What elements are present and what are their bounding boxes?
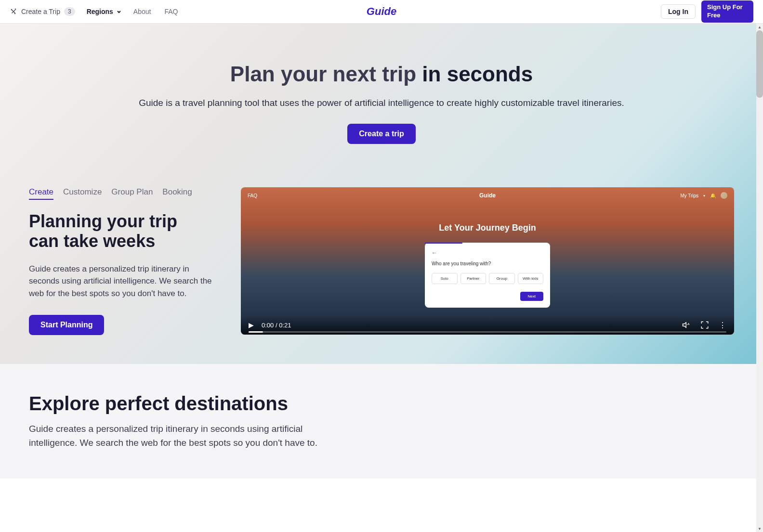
volume-icon[interactable]	[682, 321, 691, 329]
video-options: Solo Partner Group With kids	[432, 273, 543, 284]
feature-title: Planning your trip can take weeks	[29, 211, 212, 251]
video-card: ← Who are you traveling with? Solo Partn…	[425, 243, 550, 308]
hero-title: Plan your next trip in seconds	[29, 62, 734, 86]
explore-section: Explore perfect destinations Guide creat…	[0, 364, 763, 479]
tab-customize[interactable]: Customize	[63, 187, 102, 200]
option-partner: Partner	[460, 273, 487, 284]
video-nav-faq: FAQ	[248, 193, 257, 198]
create-trip-nav[interactable]: Create a Trip 3	[10, 7, 75, 16]
video-controls-right: ⋮	[682, 321, 726, 330]
create-trip-label: Create a Trip	[21, 8, 60, 15]
sparkle-icon	[10, 8, 17, 15]
scrollbar-thumb[interactable]	[756, 30, 763, 98]
video-time: 0:00 / 0:21	[262, 322, 291, 329]
regions-dropdown[interactable]: Regions	[87, 8, 122, 15]
svg-point-1	[15, 9, 16, 10]
create-trip-button[interactable]: Create a trip	[347, 124, 415, 144]
login-button[interactable]: Log In	[661, 4, 696, 19]
chevron-down-icon	[116, 9, 122, 14]
avatar	[721, 192, 727, 199]
regions-label: Regions	[87, 8, 113, 15]
tab-create[interactable]: Create	[29, 187, 53, 200]
hero-title-prefix: Plan your next trip	[230, 62, 422, 86]
features-left: Create Customize Group Plan Booking Plan…	[29, 187, 212, 335]
bell-icon: 🔔	[710, 193, 716, 198]
next-button: Next	[520, 292, 543, 301]
faq-link[interactable]: FAQ	[164, 8, 178, 15]
start-planning-button[interactable]: Start Planning	[29, 315, 104, 335]
video-header-right: My Trips ▾ 🔔	[680, 192, 727, 199]
video-seek-bar[interactable]	[249, 331, 726, 333]
video-main-title: Let Your Journey Begin	[241, 223, 734, 233]
hero-title-bold: in seconds	[422, 62, 533, 86]
svg-point-0	[12, 10, 12, 10]
video-header: FAQ Guide My Trips ▾ 🔔	[241, 187, 734, 204]
feature-description: Guide creates a personalized trip itiner…	[29, 263, 212, 300]
chevron-down-icon: ▾	[703, 194, 705, 198]
create-trip-badge: 3	[64, 7, 75, 16]
feature-tabs: Create Customize Group Plan Booking	[29, 187, 212, 200]
play-icon[interactable]: ▶	[249, 321, 254, 329]
header-right: Log In Sign Up For Free	[661, 0, 753, 23]
video-logo: Guide	[479, 192, 496, 199]
video-preview[interactable]: FAQ Guide My Trips ▾ 🔔 Let Your Journey …	[241, 187, 734, 335]
hero-section: Plan your next trip in seconds Guide is …	[0, 24, 763, 364]
progress-bar	[425, 243, 462, 244]
explore-subtitle: Guide creates a personalized trip itiner…	[29, 422, 318, 450]
logo[interactable]: Guide	[367, 5, 396, 18]
explore-title: Explore perfect destinations	[29, 393, 734, 415]
features-section: Create Customize Group Plan Booking Plan…	[29, 187, 734, 335]
more-icon[interactable]: ⋮	[719, 321, 726, 330]
scroll-up-icon[interactable]: ▲	[756, 24, 763, 30]
option-kids: With kids	[518, 273, 544, 284]
signup-button[interactable]: Sign Up For Free	[701, 0, 753, 23]
about-link[interactable]: About	[133, 8, 151, 15]
option-group: Group	[489, 273, 515, 284]
main-header: Create a Trip 3 Regions About FAQ Guide …	[0, 0, 763, 24]
video-seek-fill	[249, 331, 263, 333]
hero-subtitle: Guide is a travel planning tool that use…	[29, 98, 734, 108]
tab-booking[interactable]: Booking	[162, 187, 192, 200]
scrollbar[interactable]: ▲ ▼	[756, 24, 763, 479]
video-my-trips: My Trips	[680, 193, 698, 198]
option-solo: Solo	[432, 273, 458, 284]
back-arrow-icon: ←	[432, 249, 543, 256]
tab-group-plan[interactable]: Group Plan	[111, 187, 153, 200]
svg-point-2	[15, 13, 15, 14]
video-question: Who are you traveling with?	[432, 261, 543, 266]
fullscreen-icon[interactable]	[700, 321, 709, 329]
